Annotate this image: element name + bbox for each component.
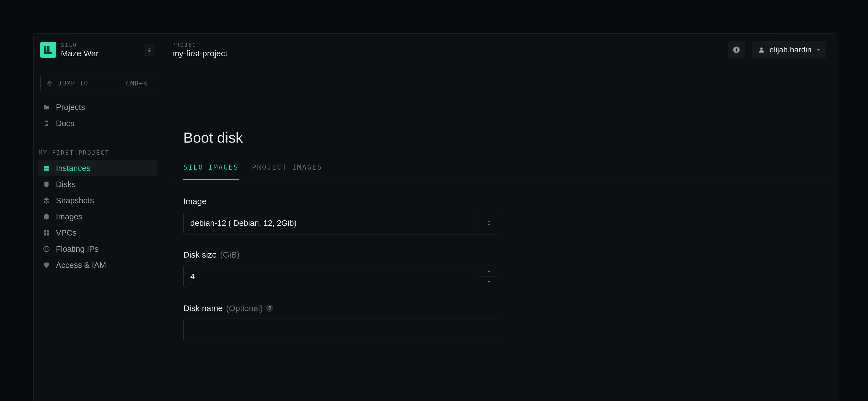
nav-label: Snapshots (56, 196, 94, 205)
silo-switcher[interactable] (145, 44, 154, 56)
disk-size-label: Disk size (GiB) (183, 250, 498, 260)
disk-icon (42, 180, 50, 188)
step-down-button[interactable] (480, 277, 498, 288)
svg-rect-12 (47, 233, 49, 236)
nav-top: ProjectsDocs (34, 99, 161, 137)
sidebar: SILO Maze War JUMP TO CMD+K ProjectsDocs… (34, 34, 161, 401)
sidebar-item-snapshots[interactable]: Snapshots (37, 193, 157, 208)
breadcrumb-label: PROJECT (172, 41, 227, 48)
app-window: SILO Maze War JUMP TO CMD+K ProjectsDocs… (33, 33, 837, 401)
breadcrumb-value: my-first-project (172, 49, 227, 58)
disk-name-input[interactable] (184, 319, 498, 341)
help-icon[interactable]: ? (266, 305, 273, 312)
image-label: Image (183, 197, 498, 206)
folder-icon (42, 103, 50, 111)
sidebar-item-docs[interactable]: Docs (37, 115, 157, 132)
field-image: Image debian-12 ( Debian, 12, 2Gib) (183, 197, 498, 234)
svg-rect-10 (47, 230, 49, 232)
jump-to-button[interactable]: JUMP TO CMD+K (40, 75, 154, 92)
nav-label: Docs (56, 119, 74, 128)
svg-rect-11 (44, 233, 46, 236)
nav-label: Projects (56, 103, 85, 112)
project-section-label: MY-FIRST-PROJECT (34, 137, 161, 160)
sidebar-item-instances[interactable]: Instances (37, 160, 157, 176)
jump-shortcut: CMD+K (126, 80, 148, 87)
sidebar-item-images[interactable]: Images (37, 208, 157, 225)
field-disk-name: Disk name (Optional) ? (183, 304, 498, 341)
svg-point-17 (760, 47, 763, 50)
select-caret[interactable] (479, 212, 498, 234)
chevron-down-icon (488, 224, 491, 226)
subbar (161, 66, 837, 93)
globe-icon (42, 245, 50, 253)
content: Boot disk SILO IMAGESPROJECT IMAGES Imag… (161, 93, 837, 358)
svg-rect-3 (44, 52, 52, 54)
info-icon (733, 46, 740, 54)
bolt-icon (47, 80, 53, 86)
silo-label: SILO (61, 41, 140, 48)
nav-label: VPCs (56, 228, 76, 237)
svg-rect-9 (44, 230, 46, 232)
chevron-up-icon (148, 48, 151, 49)
layers-icon (42, 197, 50, 204)
silo-name: Maze War (61, 49, 140, 58)
svg-rect-8 (44, 169, 49, 171)
caret-down-icon (817, 49, 820, 51)
step-up-button[interactable] (480, 265, 498, 277)
image-value: debian-12 ( Debian, 12, 2Gib) (184, 212, 479, 234)
disk-name-input-wrap (183, 319, 498, 341)
svg-rect-7 (44, 166, 49, 168)
nav-label: Access & IAM (56, 261, 106, 270)
sidebar-item-projects[interactable]: Projects (37, 99, 157, 115)
jump-label: JUMP TO (58, 80, 121, 87)
user-menu[interactable]: elijah.hardin (752, 41, 826, 58)
sidebar-item-floatingips[interactable]: Floating IPs (37, 241, 157, 257)
tabs: SILO IMAGESPROJECT IMAGES (161, 163, 837, 180)
svg-rect-5 (45, 123, 48, 124)
server-icon (42, 164, 50, 172)
sidebar-item-vpcs[interactable]: VPCs (37, 225, 157, 241)
nav-label: Images (56, 212, 82, 221)
tab-silo[interactable]: SILO IMAGES (183, 163, 239, 180)
info-button[interactable] (728, 41, 745, 58)
image-select[interactable]: debian-12 ( Debian, 12, 2Gib) (183, 212, 498, 234)
triangle-down-icon (488, 281, 491, 283)
main: PROJECT my-first-project elijah.hardin B… (161, 34, 837, 401)
svg-rect-16 (736, 48, 737, 49)
silo-header: SILO Maze War (34, 34, 161, 66)
svg-rect-6 (45, 124, 47, 125)
topbar: PROJECT my-first-project elijah.hardin (161, 34, 837, 66)
svg-rect-15 (736, 49, 737, 52)
field-disk-size: Disk size (GiB) (183, 250, 498, 288)
nav-label: Disks (56, 180, 76, 189)
disk-size-stepper[interactable] (183, 265, 498, 288)
doc-icon (42, 119, 50, 127)
nav-label: Floating IPs (56, 245, 98, 254)
chevron-up-icon (488, 221, 491, 222)
user-icon (758, 46, 765, 54)
logo-icon (43, 45, 54, 55)
tab-project[interactable]: PROJECT IMAGES (252, 163, 322, 180)
sidebar-item-access[interactable]: Access & IAM (37, 257, 157, 273)
nav-label: Instances (56, 164, 90, 173)
disk-size-input[interactable] (184, 265, 479, 288)
user-name: elijah.hardin (770, 46, 811, 54)
cube-icon (42, 213, 50, 221)
logo (40, 42, 56, 58)
svg-rect-4 (45, 122, 48, 123)
nav-project: InstancesDisksSnapshotsImagesVPCsFloatin… (34, 160, 161, 279)
breadcrumb[interactable]: PROJECT my-first-project (172, 41, 227, 58)
silo-text: SILO Maze War (61, 41, 140, 58)
grid-icon (42, 229, 50, 237)
chevron-down-icon (148, 50, 151, 52)
triangle-up-icon (488, 270, 491, 272)
sidebar-item-disks[interactable]: Disks (37, 176, 157, 193)
disk-name-label: Disk name (Optional) ? (183, 304, 498, 313)
page-title: Boot disk (183, 129, 815, 146)
stepper-controls (479, 265, 498, 288)
boot-disk-form: Image debian-12 ( Debian, 12, 2Gib) Disk… (183, 197, 498, 341)
shield-icon (42, 261, 50, 269)
